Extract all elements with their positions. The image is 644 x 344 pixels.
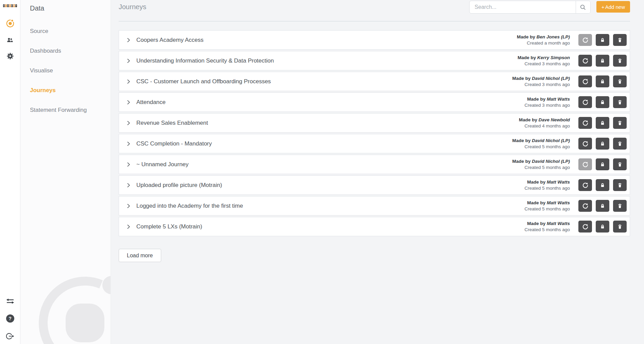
trash-button[interactable] [613, 138, 627, 150]
logo-tile: D [9, 4, 11, 7]
made-by-name: David Nichol (LP) [532, 159, 570, 164]
lock-icon [600, 100, 605, 105]
sidebar-nav: Source Dashboards Visualise Journeys Sta… [20, 21, 111, 120]
lock-button[interactable] [596, 179, 609, 191]
sidebar-item-visualise[interactable]: Visualise [20, 61, 111, 81]
lock-icon [600, 79, 605, 84]
trash-icon [617, 162, 623, 167]
sidebar-item-statement-forwarding[interactable]: Statement Forwarding [20, 100, 111, 120]
trash-button[interactable] [613, 200, 627, 212]
made-by-line: Made by Kerry Simpson [518, 55, 570, 61]
lock-button[interactable] [596, 200, 609, 212]
created-line: Created 3 months ago [524, 102, 570, 108]
made-by-line: Made by Ben Jones (LP) [517, 34, 570, 40]
journey-title: CSC Completion - Mandatory [136, 140, 512, 147]
chevron-right-icon [126, 37, 131, 43]
settings-gear-icon[interactable] [6, 52, 14, 60]
lock-icon [600, 120, 605, 125]
made-by-line: Made by Matt Watts [524, 200, 570, 206]
created-line: Created 5 months ago [524, 227, 570, 233]
refresh-button[interactable] [578, 179, 592, 191]
refresh-button[interactable] [578, 221, 592, 233]
journey-row[interactable]: ~ Unnamed Journey Made by David Nichol (… [119, 155, 630, 174]
lock-button[interactable] [596, 75, 609, 87]
lock-button[interactable] [596, 96, 609, 108]
logo-script-squiggle [3, 2, 13, 4]
trash-icon [617, 141, 623, 147]
journey-title: Coopers Academy Access [136, 37, 517, 44]
trash-icon [617, 100, 623, 105]
journey-row[interactable]: Attendance Made by Matt Watts Created 3 … [119, 92, 630, 112]
refresh-icon [582, 120, 588, 126]
lock-button[interactable] [596, 221, 609, 233]
created-line: Created a month ago [517, 40, 570, 46]
made-by-name: Matt Watts [547, 221, 570, 226]
created-line: Created 5 months ago [524, 206, 570, 212]
trash-icon [617, 79, 623, 84]
trash-button[interactable] [613, 75, 627, 87]
lock-icon [600, 162, 605, 167]
journey-meta: Made by Dave Newbold Created 4 months ag… [519, 117, 570, 129]
journey-row[interactable]: CSC Completion - Mandatory Made by David… [119, 134, 630, 153]
journey-title: ~ Unnamed Journey [136, 161, 512, 168]
journey-title: CSC - Customer Launch and Offboarding Pr… [136, 78, 512, 85]
search-input[interactable] [470, 1, 576, 13]
data-ring-icon[interactable] [5, 19, 15, 28]
help-icon[interactable]: ? [6, 314, 14, 323]
refresh-button[interactable] [578, 200, 592, 212]
sidebar-heading: Data [30, 4, 111, 12]
load-more-button[interactable]: Load more [119, 249, 161, 262]
trash-button[interactable] [613, 117, 627, 129]
trash-button[interactable] [613, 179, 627, 191]
sidebar-item-journeys[interactable]: Journeys [20, 81, 111, 100]
journey-row[interactable]: Complete 5 LXs (Motrain) Made by Matt Wa… [119, 217, 630, 236]
trash-button[interactable] [613, 55, 627, 67]
journey-row[interactable]: Understanding Information Security & Dat… [119, 51, 630, 70]
sidebar-item-dashboards[interactable]: Dashboards [20, 41, 111, 61]
made-by-name: Matt Watts [547, 179, 570, 185]
refresh-button[interactable] [578, 138, 592, 150]
chevron-right-icon [126, 141, 131, 147]
trash-icon [617, 120, 623, 126]
refresh-button[interactable] [578, 34, 592, 46]
lock-button[interactable] [596, 138, 609, 150]
chevron-right-icon [126, 162, 131, 167]
lock-button[interactable] [596, 117, 609, 129]
refresh-button[interactable] [578, 117, 592, 129]
lock-button[interactable] [596, 55, 609, 67]
journey-row[interactable]: Revenue Sales Enablement Made by Dave Ne… [119, 113, 630, 133]
logout-icon[interactable] [5, 332, 15, 340]
users-icon[interactable] [7, 37, 13, 43]
made-by-name: Dave Newbold [539, 117, 570, 122]
lock-button[interactable] [596, 158, 609, 170]
logo-tile: A [3, 4, 5, 7]
trash-button[interactable] [613, 34, 627, 46]
logo-tile: A [7, 4, 9, 7]
trash-icon [617, 224, 623, 229]
plus-icon: + [601, 4, 605, 10]
sidebar: Data Source Dashboards Visualise Journey… [20, 0, 111, 344]
sidebar-item-source[interactable]: Source [20, 21, 111, 41]
trash-button[interactable] [613, 158, 627, 170]
add-new-button[interactable]: + Add new [596, 1, 630, 13]
lock-icon [600, 58, 605, 63]
refresh-icon [582, 99, 588, 105]
logo-tile: Y [15, 4, 17, 7]
swap-arrows-icon[interactable] [6, 298, 15, 305]
trash-button[interactable] [613, 221, 627, 233]
made-by-name: Matt Watts [547, 200, 570, 205]
journey-row[interactable]: Logged into the Academy for the first ti… [119, 196, 630, 216]
refresh-button[interactable] [578, 75, 592, 87]
search-button[interactable] [576, 1, 590, 13]
chevron-right-icon [126, 203, 131, 209]
journey-row[interactable]: CSC - Customer Launch and Offboarding Pr… [119, 72, 630, 91]
refresh-button[interactable] [578, 55, 592, 67]
journey-row[interactable]: Uploaded profile picture (Motrain) Made … [119, 175, 630, 195]
trash-button[interactable] [613, 96, 627, 108]
lock-button[interactable] [596, 34, 609, 46]
made-by-name: Ben Jones (LP) [537, 34, 570, 39]
refresh-button[interactable] [578, 96, 592, 108]
journey-row[interactable]: Coopers Academy Access Made by Ben Jones… [119, 30, 630, 50]
created-line: Created 4 months ago [519, 123, 570, 129]
refresh-button[interactable] [578, 158, 592, 170]
